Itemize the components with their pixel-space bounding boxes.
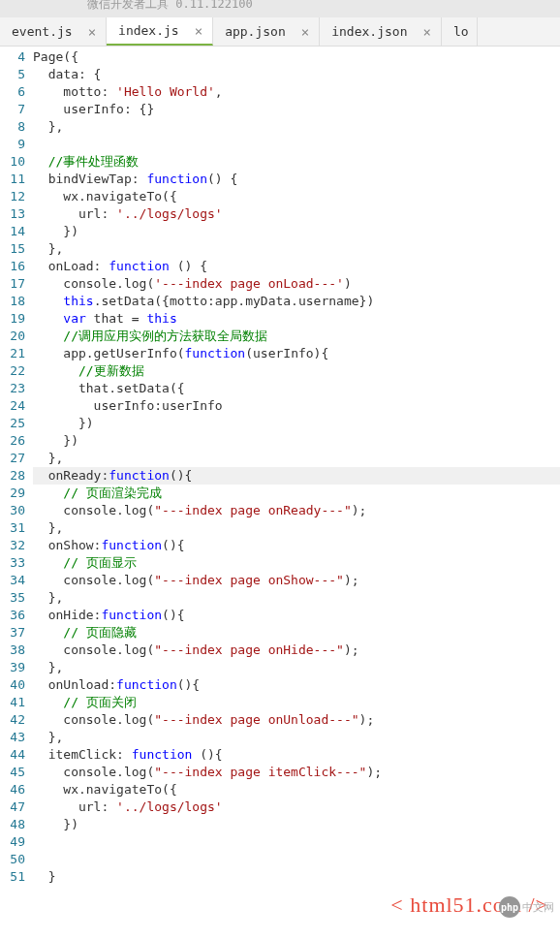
line-number: 7 (0, 101, 25, 118)
line-number: 47 (0, 798, 25, 816)
line-number: 16 (0, 258, 25, 275)
line-number: 20 (0, 328, 25, 345)
code-line[interactable] (33, 136, 560, 153)
code-line[interactable]: wx.navigateTo({ (33, 781, 560, 798)
close-icon[interactable]: × (420, 24, 432, 40)
code-line[interactable]: }, (33, 659, 560, 676)
code-line[interactable]: onHide:function(){ (33, 607, 560, 624)
line-number: 14 (0, 223, 25, 240)
code-line[interactable]: console.log("---index page onHide---"); (33, 642, 560, 659)
code-line[interactable]: bindViewTap: function() { (33, 171, 560, 188)
code-line[interactable] (33, 851, 560, 868)
close-icon[interactable]: × (299, 24, 311, 40)
line-number: 21 (0, 345, 25, 362)
code-line[interactable]: url: '../logs/logs' (33, 798, 560, 816)
line-number: 18 (0, 293, 25, 310)
code-line[interactable]: } (33, 868, 560, 886)
code-line[interactable]: onReady:function(){ (33, 467, 560, 485)
code-line[interactable]: //调用应用实例的方法获取全局数据 (33, 328, 560, 345)
code-line[interactable]: onUnload:function(){ (33, 676, 560, 694)
code-line[interactable]: }, (33, 519, 560, 537)
line-number: 37 (0, 624, 25, 642)
code-line[interactable]: }) (33, 816, 560, 833)
code-line[interactable]: motto: 'Hello World', (33, 83, 560, 101)
code-line[interactable]: // 页面隐藏 (33, 624, 560, 642)
code-line[interactable]: onShow:function(){ (33, 537, 560, 554)
code-line[interactable]: // 页面显示 (33, 554, 560, 572)
line-number: 42 (0, 711, 25, 729)
code-line[interactable]: userInfo:userInfo (33, 397, 560, 415)
code-line[interactable]: //事件处理函数 (33, 153, 560, 171)
line-number: 22 (0, 362, 25, 380)
line-number: 31 (0, 519, 25, 537)
code-line[interactable]: // 页面关闭 (33, 694, 560, 711)
code-line[interactable]: console.log('---index page onLoad---') (33, 275, 560, 293)
line-number: 10 (0, 153, 25, 171)
tab-index-js[interactable]: index.js× (107, 17, 213, 46)
code-line[interactable]: }, (33, 118, 560, 136)
code-line[interactable]: }, (33, 589, 560, 607)
code-line[interactable]: data: { (33, 66, 560, 83)
tab-label: index.json (331, 24, 407, 39)
line-number: 5 (0, 66, 25, 83)
line-number: 23 (0, 380, 25, 397)
tab-bar: event.js×index.js×app.json×index.json×lo (0, 17, 560, 47)
code-line[interactable]: itemClick: function (){ (33, 746, 560, 764)
code-line[interactable]: var that = this (33, 310, 560, 328)
code-line[interactable]: }) (33, 432, 560, 450)
code-line[interactable]: console.log("---index page itemClick---"… (33, 764, 560, 781)
code-line[interactable]: //更新数据 (33, 362, 560, 380)
code-line[interactable]: this.setData({motto:app.myData.username}… (33, 293, 560, 310)
window-titlebar: 微信开发者工具 0.11.122100 (0, 0, 560, 17)
close-icon[interactable]: × (86, 24, 98, 40)
line-number: 30 (0, 502, 25, 519)
line-number: 32 (0, 537, 25, 554)
line-number: 38 (0, 642, 25, 659)
line-number: 8 (0, 118, 25, 136)
code-line[interactable]: console.log("---index page onReady---"); (33, 502, 560, 519)
code-line[interactable]: url: '../logs/logs' (33, 205, 560, 223)
code-line[interactable]: wx.navigateTo({ (33, 188, 560, 205)
tab-label: lo (453, 24, 469, 39)
tab-label: event.js (12, 24, 73, 39)
line-number: 40 (0, 676, 25, 694)
code-line[interactable]: }, (33, 450, 560, 467)
line-number: 4 (0, 48, 25, 66)
code-line[interactable]: console.log("---index page onUnload---")… (33, 711, 560, 729)
tab-lo[interactable]: lo (442, 17, 478, 46)
line-number: 11 (0, 171, 25, 188)
code-line[interactable]: userInfo: {} (33, 101, 560, 118)
line-number: 28 (0, 467, 25, 485)
tab-event-js[interactable]: event.js× (0, 17, 107, 46)
line-number: 41 (0, 694, 25, 711)
code-line[interactable]: console.log("---index page onShow---"); (33, 572, 560, 589)
code-line[interactable]: onLoad: function () { (33, 258, 560, 275)
php-logo-text: 中文网 (522, 900, 554, 915)
line-number: 17 (0, 275, 25, 293)
code-line[interactable] (33, 833, 560, 851)
line-number: 12 (0, 188, 25, 205)
code-line[interactable]: // 页面渲染完成 (33, 485, 560, 502)
line-number: 43 (0, 729, 25, 746)
line-number: 27 (0, 450, 25, 467)
php-badge-icon: php (499, 896, 520, 918)
line-number: 51 (0, 868, 25, 886)
code-line[interactable]: }, (33, 729, 560, 746)
line-number: 13 (0, 205, 25, 223)
close-icon[interactable]: × (193, 23, 204, 39)
code-area[interactable]: Page({ data: { motto: 'Hello World', use… (33, 47, 560, 886)
line-number: 29 (0, 485, 25, 502)
tab-app-json[interactable]: app.json× (213, 17, 320, 46)
line-number: 24 (0, 397, 25, 415)
tab-label: app.json (225, 24, 286, 39)
code-line[interactable]: app.getUserInfo(function(userInfo){ (33, 345, 560, 362)
tab-index-json[interactable]: index.json× (320, 17, 442, 46)
code-line[interactable]: }) (33, 415, 560, 432)
line-number: 33 (0, 554, 25, 572)
line-number: 26 (0, 432, 25, 450)
code-line[interactable]: }, (33, 240, 560, 258)
code-line[interactable]: that.setData({ (33, 380, 560, 397)
php-logo: php 中文网 (499, 896, 554, 918)
code-line[interactable]: Page({ (33, 48, 560, 66)
code-line[interactable]: }) (33, 223, 560, 240)
